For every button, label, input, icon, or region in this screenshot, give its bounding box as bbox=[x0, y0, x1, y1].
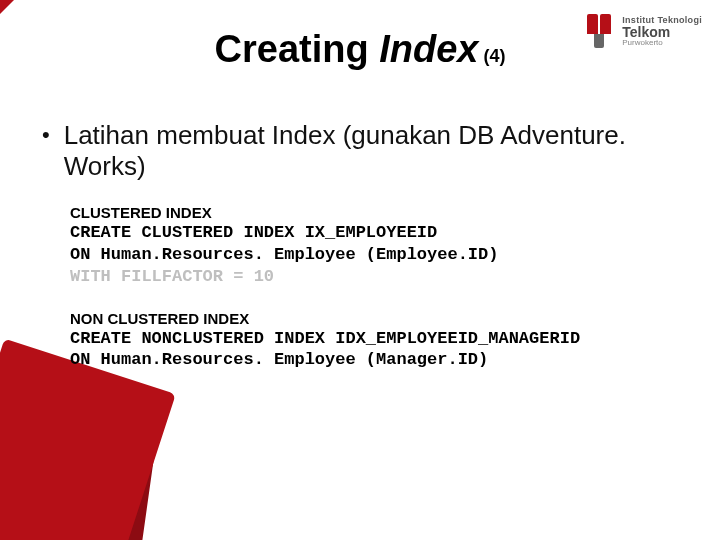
nonclustered-block: NON CLUSTERED INDEX CREATE NONCLUSTERED … bbox=[70, 310, 680, 372]
content-area: • Latihan membuat Index (gunakan DB Adve… bbox=[42, 120, 680, 393]
title-italic: Index bbox=[379, 28, 478, 70]
nonclustered-line2: ON Human.Resources. Employee (Manager.ID… bbox=[70, 350, 488, 369]
clustered-line2: ON Human.Resources. Employee (Employee.I… bbox=[70, 245, 498, 264]
title-main: Creating bbox=[215, 28, 380, 70]
bullet-text: Latihan membuat Index (gunakan DB Advent… bbox=[64, 120, 680, 182]
bullet-item: • Latihan membuat Index (gunakan DB Adve… bbox=[42, 120, 680, 182]
bullet-dot-icon: • bbox=[42, 120, 50, 182]
clustered-line1: CREATE CLUSTERED INDEX IX_EMPLOYEEID bbox=[70, 223, 437, 242]
clustered-line3: WITH FILLFACTOR = 10 bbox=[70, 267, 274, 286]
slide: Institut Teknologi Telkom Purwokerto Cre… bbox=[0, 0, 720, 540]
clustered-label: CLUSTERED INDEX bbox=[70, 204, 680, 221]
nonclustered-label: NON CLUSTERED INDEX bbox=[70, 310, 680, 327]
nonclustered-line1: CREATE NONCLUSTERED INDEX IDX_EMPLOYEEID… bbox=[70, 329, 580, 348]
title-sub: (4) bbox=[478, 46, 505, 66]
nonclustered-code: CREATE NONCLUSTERED INDEX IDX_EMPLOYEEID… bbox=[70, 328, 680, 372]
corner-deco-top-left bbox=[0, 0, 14, 14]
slide-title: Creating Index (4) bbox=[0, 28, 720, 71]
clustered-code: CREATE CLUSTERED INDEX IX_EMPLOYEEID ON … bbox=[70, 222, 680, 287]
clustered-block: CLUSTERED INDEX CREATE CLUSTERED INDEX I… bbox=[70, 204, 680, 287]
